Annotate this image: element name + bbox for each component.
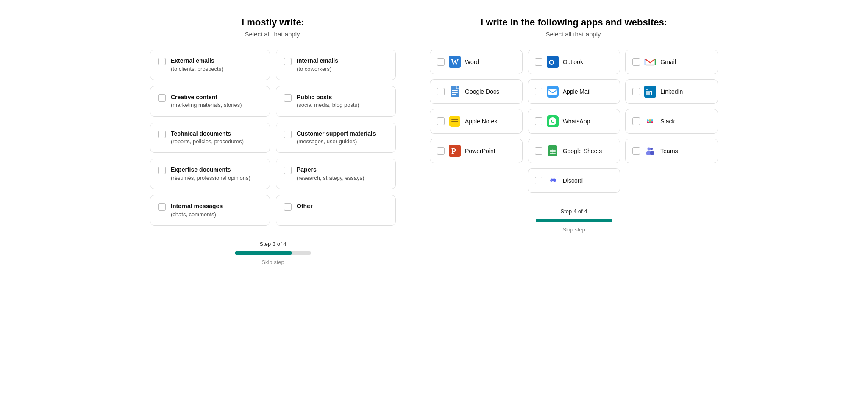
right-skip-link[interactable]: Skip step: [562, 226, 585, 233]
option-text-technical-docs: Technical documents (reports, policies, …: [171, 130, 244, 146]
app-icon-whatsapp: [547, 115, 559, 127]
app-card-slack[interactable]: Slack: [625, 109, 718, 134]
svg-rect-17: [451, 123, 456, 123]
svg-rect-6: [451, 86, 459, 97]
svg-rect-24: [651, 121, 653, 123]
left-title: I mostly write:: [242, 17, 304, 28]
app-name-slack: Slack: [660, 118, 675, 125]
svg-text:in: in: [646, 88, 653, 97]
option-sublabel-public-posts: (social media, blog posts): [297, 101, 359, 109]
svg-point-35: [648, 148, 651, 151]
option-card-expertise-docs[interactable]: Expertise documents (résumés, profession…: [150, 159, 270, 189]
option-label-internal-messages: Internal messages: [171, 202, 223, 211]
app-icon-apple-notes: [449, 115, 461, 127]
option-sublabel-customer-support: (messages, user guides): [297, 138, 376, 145]
app-card-linkedin[interactable]: in LinkedIn: [625, 79, 718, 104]
right-subtitle: Select all that apply.: [545, 31, 602, 38]
checkbox-creative-content[interactable]: [158, 94, 166, 102]
checkbox-external-emails[interactable]: [158, 58, 166, 65]
right-progress-section: Step 4 of 4 Skip step: [536, 208, 612, 233]
checkbox-teams[interactable]: [632, 147, 640, 155]
option-card-customer-support[interactable]: Customer support materials (messages, us…: [276, 123, 396, 153]
app-name-discord: Discord: [563, 177, 583, 184]
checkbox-google-sheets[interactable]: [535, 147, 542, 155]
app-icon-google-docs: [449, 86, 461, 98]
app-icon-gmail: [644, 56, 656, 68]
option-text-internal-messages: Internal messages (chats, comments): [171, 202, 223, 218]
option-label-technical-docs: Technical documents: [171, 130, 244, 138]
option-label-internal-emails: Internal emails: [297, 57, 338, 65]
app-card-discord[interactable]: Discord: [528, 168, 620, 193]
checkbox-gmail[interactable]: [632, 58, 640, 66]
checkbox-google-docs[interactable]: [437, 88, 445, 95]
option-text-public-posts: Public posts (social media, blog posts): [297, 93, 359, 109]
option-text-external-emails: External emails (to clients, prospects): [171, 57, 223, 73]
left-subtitle: Select all that apply.: [245, 31, 301, 38]
app-card-teams[interactable]: Teams: [625, 139, 718, 163]
app-card-whatsapp[interactable]: WhatsApp: [528, 109, 620, 134]
app-card-apple-notes[interactable]: Apple Notes: [430, 109, 523, 134]
left-progress-section: Step 3 of 4 Skip step: [235, 241, 311, 265]
option-sublabel-internal-messages: (chats, comments): [171, 211, 223, 218]
left-skip-link[interactable]: Skip step: [262, 259, 284, 265]
option-card-other[interactable]: Other: [276, 195, 396, 226]
option-label-papers: Papers: [297, 166, 364, 174]
app-name-teams: Teams: [660, 148, 678, 154]
app-name-powerpoint: PowerPoint: [465, 148, 495, 154]
app-card-google-sheets[interactable]: Google Sheets: [528, 139, 620, 163]
svg-rect-16: [451, 121, 458, 122]
option-text-creative-content: Creative content (marketing materials, s…: [171, 93, 242, 109]
svg-rect-23: [649, 119, 651, 121]
option-card-internal-emails[interactable]: Internal emails (to coworkers): [276, 50, 396, 80]
checkbox-word[interactable]: [437, 58, 445, 66]
checkbox-discord[interactable]: [535, 177, 542, 184]
app-card-powerpoint[interactable]: P PowerPoint: [430, 139, 523, 163]
app-card-word[interactable]: W Word: [430, 50, 523, 74]
option-card-creative-content[interactable]: Creative content (marketing materials, s…: [150, 86, 270, 117]
option-card-technical-docs[interactable]: Technical documents (reports, policies, …: [150, 123, 270, 153]
option-card-papers[interactable]: Papers (research, strategy, essays): [276, 159, 396, 189]
app-name-outlook: Outlook: [563, 59, 583, 65]
checkbox-powerpoint[interactable]: [437, 147, 445, 155]
app-card-outlook[interactable]: O Outlook: [528, 50, 620, 74]
checkbox-internal-messages[interactable]: [158, 203, 166, 211]
svg-rect-7: [452, 90, 458, 91]
app-card-gmail[interactable]: Gmail: [625, 50, 718, 74]
checkbox-customer-support[interactable]: [284, 131, 292, 138]
app-card-apple-mail[interactable]: Apple Mail: [528, 79, 620, 104]
svg-rect-37: [650, 151, 654, 155]
checkbox-linkedin[interactable]: [632, 88, 640, 95]
option-text-other: Other: [297, 202, 312, 211]
checkbox-technical-docs[interactable]: [158, 131, 166, 138]
checkbox-whatsapp[interactable]: [535, 117, 542, 125]
app-icon-linkedin: in: [644, 86, 656, 98]
checkbox-expertise-docs[interactable]: [158, 167, 166, 174]
option-text-internal-emails: Internal emails (to coworkers): [297, 57, 338, 73]
checkbox-apple-mail[interactable]: [535, 88, 542, 95]
app-name-google-docs: Google Docs: [465, 88, 499, 95]
checkbox-apple-notes[interactable]: [437, 117, 445, 125]
svg-rect-22: [649, 121, 651, 123]
right-apps-grid: W Word O Outlook Gmail Google Docs Apple…: [430, 50, 718, 193]
app-name-apple-mail: Apple Mail: [563, 88, 590, 95]
checkbox-public-posts[interactable]: [284, 94, 292, 102]
app-icon-outlook: O: [547, 56, 559, 68]
checkbox-outlook[interactable]: [535, 58, 542, 66]
checkbox-other[interactable]: [284, 203, 292, 211]
svg-rect-19: [644, 115, 656, 127]
option-card-public-posts[interactable]: Public posts (social media, blog posts): [276, 86, 396, 117]
app-icon-teams: [644, 145, 656, 157]
option-card-internal-messages[interactable]: Internal messages (chats, comments): [150, 195, 270, 226]
checkbox-slack[interactable]: [632, 117, 640, 125]
svg-point-40: [553, 181, 554, 182]
left-options-grid: External emails (to clients, prospects) …: [150, 50, 396, 226]
checkbox-papers[interactable]: [284, 167, 292, 174]
option-label-public-posts: Public posts: [297, 93, 359, 102]
option-sublabel-technical-docs: (reports, policies, procedures): [171, 138, 244, 145]
svg-rect-11: [548, 89, 557, 95]
option-card-external-emails[interactable]: External emails (to clients, prospects): [150, 50, 270, 80]
right-progress-bar-fill: [536, 219, 612, 222]
checkbox-internal-emails[interactable]: [284, 58, 292, 65]
svg-point-34: [650, 148, 653, 150]
app-card-google-docs[interactable]: Google Docs: [430, 79, 523, 104]
